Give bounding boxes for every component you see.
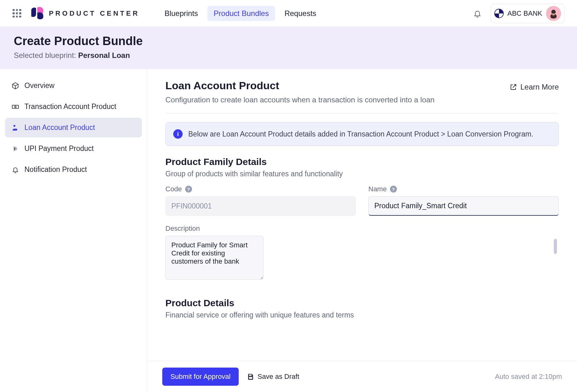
product-center-logo <box>30 6 44 21</box>
sidebar-item-upi-payment-product[interactable]: UPI Payment Product <box>5 139 142 158</box>
sidebar-item-overview[interactable]: Overview <box>5 76 142 95</box>
upi-icon <box>11 145 19 153</box>
sidebar-item-transaction-account-product[interactable]: Transaction Account Product <box>5 97 142 116</box>
sidebar-item-label: Loan Account Product <box>24 123 95 132</box>
nav-tab-blueprints[interactable]: Blueprints <box>158 6 204 21</box>
product-details-desc: Financial service or offering with uniqu… <box>165 311 559 319</box>
sidebar-item-label: Overview <box>24 81 55 90</box>
page-header: Create Product Bundle Selected blueprint… <box>0 27 577 69</box>
cube-icon <box>11 82 19 90</box>
info-icon: i <box>173 129 183 139</box>
selected-blueprint-name: Personal Loan <box>78 51 130 59</box>
tenant-switcher[interactable]: ABC BANK <box>491 4 564 23</box>
name-label: Name <box>368 185 387 193</box>
product-details-title: Product Details <box>165 298 559 308</box>
code-input <box>165 196 356 216</box>
section-subtitle: Configuration to create loan accounts wh… <box>165 95 434 104</box>
notifications-icon[interactable] <box>473 9 481 18</box>
sidebar-item-label: Transaction Account Product <box>24 102 116 111</box>
description-textarea[interactable] <box>165 236 263 280</box>
main-content: Loan Account Product Configuration to cr… <box>147 69 577 392</box>
save-as-draft-button[interactable]: Save as Draft <box>247 373 299 381</box>
svg-point-6 <box>13 125 15 127</box>
apps-grid-icon[interactable] <box>13 9 21 18</box>
footer-action-bar: Submit for Approval Save as Draft Auto s… <box>147 361 577 392</box>
scrollbar-thumb[interactable] <box>554 239 557 254</box>
sidebar-item-notification-product[interactable]: Notification Product <box>5 160 142 179</box>
hand-coin-icon <box>11 124 19 132</box>
code-label: Code <box>165 185 182 193</box>
save-icon <box>247 373 254 380</box>
page-title: Create Product Bundle <box>14 34 563 48</box>
field-description: Description <box>165 224 559 281</box>
user-avatar[interactable] <box>546 6 561 21</box>
divider <box>165 113 559 113</box>
name-input[interactable] <box>368 196 559 216</box>
tenant-icon <box>494 9 504 18</box>
svg-point-5 <box>15 106 16 107</box>
page-subtitle-prefix: Selected blueprint: <box>14 51 78 59</box>
help-icon[interactable]: ? <box>185 186 192 193</box>
svg-point-1 <box>551 10 556 14</box>
brand-title: PRODUCT CENTER <box>49 9 139 18</box>
sidebar-item-label: Notification Product <box>24 165 87 174</box>
svg-rect-3 <box>552 13 555 15</box>
description-label: Description <box>165 224 200 233</box>
cash-icon <box>11 103 19 111</box>
learn-more-label: Learn More <box>520 83 559 91</box>
page-subtitle: Selected blueprint: Personal Loan <box>14 51 563 60</box>
field-code: Code ? <box>165 185 356 216</box>
bell-icon <box>11 166 19 174</box>
nav-tab-requests[interactable]: Requests <box>278 6 322 21</box>
product-family-desc: Group of products with similar features … <box>165 170 559 178</box>
nav-tabs: Blueprints Product Bundles Requests <box>158 6 322 21</box>
autosave-status: Auto saved at 2:10pm <box>495 373 562 381</box>
sidebar: Overview Transaction Account Product <box>0 69 147 392</box>
help-icon[interactable]: ? <box>390 186 397 193</box>
save-as-draft-label: Save as Draft <box>257 373 299 381</box>
sidebar-item-label: UPI Payment Product <box>24 144 94 153</box>
section-title: Loan Account Product <box>165 80 434 92</box>
nav-tab-product-bundles[interactable]: Product Bundles <box>207 6 275 21</box>
info-banner-text: Below are Loan Account Product details a… <box>188 130 533 138</box>
learn-more-link[interactable]: Learn More <box>510 83 559 91</box>
tenant-name: ABC BANK <box>507 9 542 18</box>
info-banner: i Below are Loan Account Product details… <box>165 122 559 146</box>
field-name: Name ? <box>368 185 559 216</box>
external-link-icon <box>510 83 517 91</box>
sidebar-item-loan-account-product[interactable]: Loan Account Product <box>5 118 142 137</box>
product-family-title: Product Family Details <box>165 157 559 167</box>
submit-for-approval-button[interactable]: Submit for Approval <box>162 368 239 386</box>
top-nav: PRODUCT CENTER Blueprints Product Bundle… <box>0 0 577 27</box>
